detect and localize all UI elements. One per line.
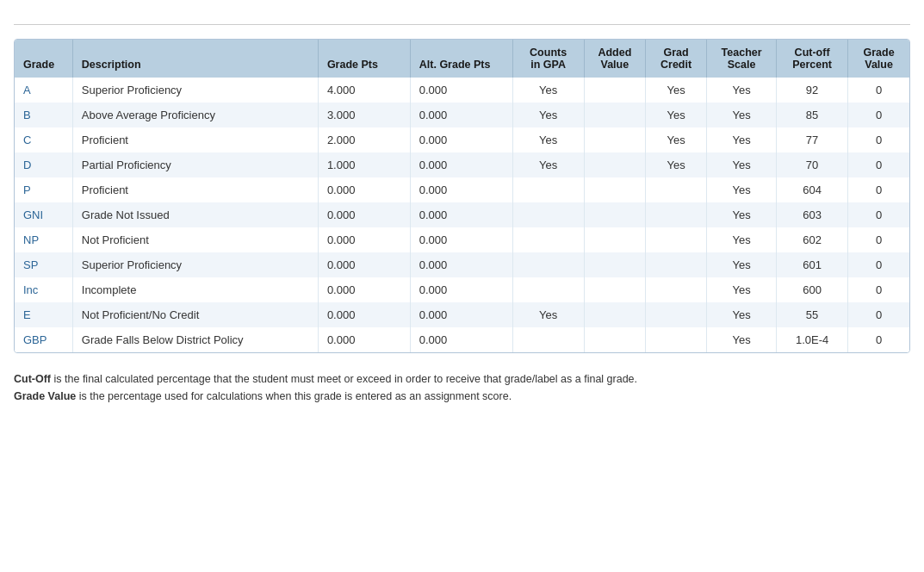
cell-description: Superior Proficiency [72, 78, 318, 103]
grade-link[interactable]: GNI [23, 208, 43, 221]
cell-grade-pts: 0.000 [318, 277, 410, 302]
cell-teacher-scale: Yes [707, 103, 777, 127]
cell-counts-in-gpa [512, 277, 584, 302]
col-header-description: Description [72, 40, 318, 78]
cell-grad-credit: Yes [645, 78, 706, 103]
table-body: ASuperior Proficiency4.0000.000YesYesYes… [15, 78, 909, 352]
cell-grad-credit [645, 327, 706, 352]
footnote-section: Cut-Off is the final calculated percenta… [14, 370, 910, 405]
cell-added-value [584, 227, 645, 252]
cell-grade-pts: 0.000 [318, 177, 410, 202]
cell-added-value [584, 152, 645, 177]
cell-cutoff-percent: 602 [777, 227, 848, 252]
col-header-grad-credit: GradCredit [645, 40, 706, 78]
col-header-grade-pts: Grade Pts [318, 40, 410, 78]
grade-link[interactable]: A [23, 84, 31, 96]
cell-grade[interactable]: D [15, 152, 72, 177]
footnote-cutoff-text: is the final calculated percentage that … [54, 373, 638, 385]
cell-alt-grade-pts: 0.000 [410, 103, 512, 127]
cell-teacher-scale: Yes [707, 277, 777, 302]
cell-alt-grade-pts: 0.000 [410, 177, 512, 202]
cell-cutoff-percent: 55 [777, 302, 848, 327]
cell-description: Partial Proficiency [72, 152, 318, 177]
cell-counts-in-gpa [512, 202, 584, 227]
cell-alt-grade-pts: 0.000 [410, 78, 512, 103]
cell-grade[interactable]: C [15, 127, 72, 152]
cell-grade-value: 0 [848, 277, 909, 302]
col-header-counts-in-gpa: Countsin GPA [512, 40, 584, 78]
cell-counts-in-gpa [512, 227, 584, 252]
grade-link[interactable]: P [23, 183, 31, 196]
cell-teacher-scale: Yes [707, 327, 777, 352]
cell-added-value [584, 302, 645, 327]
cell-grade-pts: 3.000 [318, 103, 410, 127]
cell-grade-pts: 0.000 [318, 302, 410, 327]
col-header-cutoff-percent: Cut-offPercent [777, 40, 848, 78]
cell-grad-credit: Yes [645, 103, 706, 127]
cell-grade[interactable]: NP [15, 227, 72, 252]
cell-description: Grade Falls Below District Policy [72, 327, 318, 352]
cell-description: Proficient [72, 177, 318, 202]
table-row: BAbove Average Proficiency3.0000.000YesY… [15, 103, 909, 127]
grade-link[interactable]: E [23, 308, 31, 321]
cell-grad-credit [645, 202, 706, 227]
cell-grade[interactable]: SP [15, 252, 72, 277]
table-row: GNIGrade Not Issued0.0000.000Yes6030 [15, 202, 909, 227]
cell-grade[interactable]: E [15, 302, 72, 327]
cell-grade-pts: 4.000 [318, 78, 410, 103]
table-row: ASuperior Proficiency4.0000.000YesYesYes… [15, 78, 909, 103]
cell-cutoff-percent: 601 [777, 252, 848, 277]
cell-alt-grade-pts: 0.000 [410, 327, 512, 352]
cell-grade[interactable]: Inc [15, 277, 72, 302]
cell-grad-credit [645, 177, 706, 202]
cell-grade[interactable]: A [15, 78, 72, 103]
cell-description: Incomplete [72, 277, 318, 302]
grade-link[interactable]: D [23, 159, 31, 171]
cell-grade-pts: 1.000 [318, 152, 410, 177]
cell-cutoff-percent: 85 [777, 103, 848, 127]
grade-scale-table: Grade Description Grade Pts Alt. Grade P… [15, 40, 909, 352]
cell-teacher-scale: Yes [707, 252, 777, 277]
grade-link[interactable]: NP [23, 233, 39, 246]
cell-grade-value: 0 [848, 327, 909, 352]
header-row: Grade Description Grade Pts Alt. Grade P… [15, 40, 909, 78]
divider [14, 24, 910, 25]
col-header-grade-value: GradeValue [848, 40, 909, 78]
cell-grade-value: 0 [848, 78, 909, 103]
table-row: NPNot Proficient0.0000.000Yes6020 [15, 227, 909, 252]
cell-counts-in-gpa [512, 327, 584, 352]
cell-alt-grade-pts: 0.000 [410, 227, 512, 252]
table-row: ENot Proficient/No Credit0.0000.000YesYe… [15, 302, 909, 327]
cell-counts-in-gpa: Yes [512, 302, 584, 327]
cell-counts-in-gpa: Yes [512, 103, 584, 127]
cell-grade[interactable]: B [15, 103, 72, 127]
cell-alt-grade-pts: 0.000 [410, 302, 512, 327]
grade-link[interactable]: Inc [23, 283, 38, 296]
cell-teacher-scale: Yes [707, 302, 777, 327]
cell-grade[interactable]: GNI [15, 202, 72, 227]
cell-teacher-scale: Yes [707, 78, 777, 103]
cell-alt-grade-pts: 0.000 [410, 252, 512, 277]
grade-link[interactable]: C [23, 134, 31, 146]
table-row: GBPGrade Falls Below District Policy0.00… [15, 327, 909, 352]
cell-cutoff-percent: 1.0E-4 [777, 327, 848, 352]
cell-added-value [584, 177, 645, 202]
cell-grade-value: 0 [848, 177, 909, 202]
grade-link[interactable]: SP [23, 258, 38, 271]
cell-grade-value: 0 [848, 302, 909, 327]
col-header-grade: Grade [15, 40, 72, 78]
grade-link[interactable]: GBP [23, 333, 47, 346]
cell-grade-value: 0 [848, 202, 909, 227]
grade-link[interactable]: B [23, 109, 31, 121]
cell-teacher-scale: Yes [707, 127, 777, 152]
cell-description: Proficient [72, 127, 318, 152]
cell-grade[interactable]: GBP [15, 327, 72, 352]
cell-grade-value: 0 [848, 152, 909, 177]
cell-grade-value: 0 [848, 127, 909, 152]
cell-alt-grade-pts: 0.000 [410, 277, 512, 302]
cell-grade-pts: 2.000 [318, 127, 410, 152]
table-row: SPSuperior Proficiency0.0000.000Yes6010 [15, 252, 909, 277]
cell-grade[interactable]: P [15, 177, 72, 202]
cell-added-value [584, 78, 645, 103]
cell-grad-credit [645, 252, 706, 277]
